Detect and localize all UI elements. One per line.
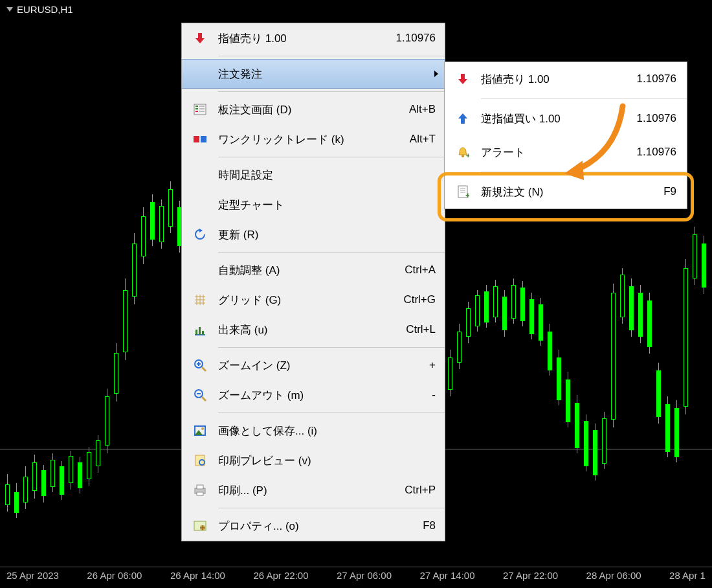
menu-properties[interactable]: プロパティ... (o) F8 — [182, 511, 445, 541]
grid-table-icon — [182, 104, 218, 115]
menu-timeframes[interactable]: 時間足設定 — [182, 160, 445, 190]
new-order-icon: + — [445, 185, 481, 199]
separator — [218, 56, 445, 56]
x-axis-label: 27 Apr 22:00 — [503, 570, 558, 588]
x-axis-label: 28 Apr 1 — [669, 570, 706, 588]
zoom-in-icon — [182, 358, 218, 372]
grid-icon — [182, 293, 218, 306]
svg-rect-9 — [194, 136, 199, 142]
x-axis-label: 25 Apr 2023 — [6, 570, 59, 588]
svg-rect-36 — [197, 492, 203, 495]
svg-rect-19 — [195, 330, 197, 335]
refresh-icon — [182, 228, 218, 241]
bell-icon: + — [445, 146, 481, 159]
svg-line-23 — [202, 367, 206, 371]
svg-marker-1 — [195, 38, 205, 43]
svg-marker-11 — [199, 229, 203, 232]
properties-icon — [182, 519, 218, 532]
x-axis-label: 26 Apr 22:00 — [253, 570, 308, 588]
menu-refresh[interactable]: 更新 (R) — [182, 220, 445, 249]
chart-title-bar: EURUSD,H1 — [0, 0, 712, 18]
submenu-sell-limit[interactable]: 指値売り 1.00 1.10976 — [445, 62, 687, 96]
svg-rect-6 — [199, 106, 205, 107]
chart-title: EURUSD,H1 — [17, 4, 73, 15]
x-axis: 25 Apr 202326 Apr 06:0026 Apr 14:0026 Ap… — [0, 567, 712, 588]
menu-order[interactable]: 注文発注 — [182, 59, 445, 89]
separator — [218, 252, 445, 253]
svg-marker-40 — [458, 79, 467, 84]
svg-rect-35 — [197, 485, 203, 489]
svg-rect-0 — [198, 33, 202, 38]
x-axis-label: 26 Apr 06:00 — [87, 570, 142, 588]
svg-text:+: + — [466, 152, 469, 159]
menu-one-click-trading[interactable]: ワンクリックトレード (k) Alt+T — [182, 124, 445, 154]
separator — [218, 347, 445, 348]
submenu-arrow-icon — [434, 71, 438, 77]
svg-rect-3 — [195, 106, 198, 107]
save-image-icon — [182, 424, 218, 437]
svg-rect-20 — [199, 327, 201, 335]
sell-arrow-icon — [445, 73, 481, 85]
separator — [218, 508, 445, 508]
separator — [481, 98, 687, 99]
svg-rect-10 — [201, 136, 206, 142]
x-axis-label: 28 Apr 06:00 — [586, 570, 641, 588]
svg-text:+: + — [465, 190, 469, 199]
svg-rect-4 — [195, 108, 198, 109]
svg-line-27 — [202, 397, 206, 401]
sell-arrow-icon — [182, 32, 218, 45]
svg-marker-41 — [458, 113, 467, 119]
svg-rect-5 — [195, 111, 198, 112]
separator — [218, 413, 445, 413]
submenu-new-order[interactable]: + 新規注文 (N) F9 — [445, 175, 687, 209]
x-axis-label: 27 Apr 06:00 — [337, 570, 392, 588]
svg-point-43 — [462, 155, 464, 157]
separator — [218, 157, 445, 157]
submenu-buy-stop[interactable]: 逆指値買い 1.00 1.10976 — [445, 102, 687, 135]
svg-point-30 — [201, 427, 204, 430]
svg-rect-7 — [199, 108, 205, 109]
menu-zoom-in[interactable]: ズームイン (Z) + — [182, 350, 445, 380]
print-preview-icon — [182, 454, 218, 467]
volume-bars-icon — [182, 323, 218, 336]
dropdown-icon[interactable] — [6, 7, 13, 12]
svg-rect-42 — [461, 119, 465, 124]
menu-print[interactable]: 印刷... (P) Ctrl+P — [182, 475, 445, 505]
svg-rect-8 — [199, 111, 205, 112]
menu-zoom-out[interactable]: ズームアウト (m) - — [182, 380, 445, 410]
menu-volumes[interactable]: 出来高 (u) Ctrl+L — [182, 315, 445, 345]
x-axis-label: 27 Apr 14:00 — [419, 570, 474, 588]
svg-marker-31 — [195, 430, 203, 435]
menu-depth-of-market[interactable]: 板注文画面 (D) Alt+B — [182, 95, 445, 124]
menu-sell-limit[interactable]: 指値売り 1.00 1.10976 — [182, 23, 445, 53]
svg-rect-39 — [461, 74, 465, 79]
zoom-out-icon — [182, 388, 218, 402]
menu-templates[interactable]: 定型チャート — [182, 190, 445, 220]
separator — [218, 91, 445, 92]
context-menu: 指値売り 1.00 1.10976 注文発注 板注文画面 (D) Alt+B ワ… — [181, 23, 445, 541]
menu-grid[interactable]: グリッド (G) Ctrl+G — [182, 285, 445, 315]
submenu-alert[interactable]: + アラート 1.10976 — [445, 135, 687, 169]
buy-arrow-icon — [445, 112, 481, 125]
order-submenu: 指値売り 1.00 1.10976 逆指値買い 1.00 1.10976 + ア… — [444, 62, 687, 209]
svg-rect-21 — [202, 331, 204, 335]
x-axis-label: 26 Apr 14:00 — [170, 570, 225, 588]
printer-icon — [182, 484, 218, 497]
menu-auto-scale[interactable]: 自動調整 (A) Ctrl+A — [182, 255, 445, 285]
one-click-icon — [182, 135, 218, 144]
separator — [481, 172, 687, 172]
menu-save-as-image[interactable]: 画像として保存... (i) — [182, 416, 445, 446]
menu-print-preview[interactable]: 印刷プレビュー (v) — [182, 446, 445, 475]
